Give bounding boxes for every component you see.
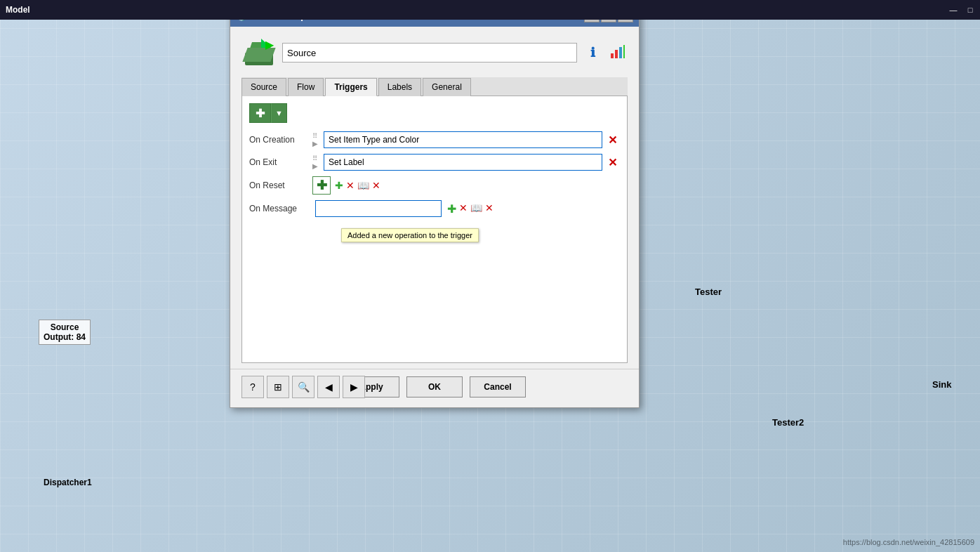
on-exit-delete-btn[interactable]: ✕ <box>605 156 620 169</box>
add-trigger-split-btn: ✚ ▼ <box>249 103 287 123</box>
sink-node-label: Sink <box>932 379 951 390</box>
name-input[interactable] <box>282 43 577 63</box>
on-reset-row: On Reset ✚ ✚ ✕ 📖 ✕ <box>249 176 620 195</box>
search-btn[interactable]: 🔍 <box>292 376 314 398</box>
drag-handle-exit[interactable]: ⠿ ▶ <box>312 155 322 170</box>
on-message-label: On Message <box>249 204 312 213</box>
drag-handle-creation[interactable]: ⠿ ▶ <box>312 132 322 147</box>
info-button[interactable]: ℹ <box>583 43 602 63</box>
svg-rect-5 <box>619 47 622 58</box>
svg-rect-0 <box>245 53 273 65</box>
on-creation-input[interactable] <box>324 131 602 148</box>
svg-marker-2 <box>261 39 271 48</box>
dialog-footer: ? ⊞ 🔍 ◀ ▶ Apply OK Cancel <box>230 369 639 407</box>
add-plus-icon: ✚ <box>256 107 265 120</box>
svg-rect-6 <box>623 45 625 58</box>
on-creation-delete-btn[interactable]: ✕ <box>605 133 620 147</box>
add-trigger-arrow-btn[interactable]: ▼ <box>271 103 287 123</box>
prev-btn[interactable]: ◀ <box>317 376 340 398</box>
on-reset-section: On Reset ✚ ✚ ✕ 📖 ✕ <box>249 176 620 195</box>
titlebar-minimize[interactable]: — <box>946 4 960 16</box>
source-node-label: Source Output: 84 <box>39 320 91 345</box>
dialog-body: ℹ Source Flow <box>230 27 639 369</box>
on-creation-row: On Creation ⠿ ▶ ✕ <box>249 131 620 148</box>
on-creation-section: On Creation ⠿ ▶ ✕ <box>249 131 620 148</box>
dropdown-arrow-icon: ▼ <box>275 109 283 117</box>
ok-btn[interactable]: OK <box>406 376 463 397</box>
tester2-node-label: Tester2 <box>772 417 804 428</box>
help-btn[interactable]: ? <box>241 376 264 398</box>
on-message-section: On Message ✚ ✕ 📖 ✕ <box>249 200 620 217</box>
delete-icon-exit: ✕ <box>608 157 617 169</box>
tabs-bar: Source Flow Triggers Labels General <box>241 77 628 96</box>
on-reset-plus-icon: ✚ <box>317 178 327 193</box>
add-trigger-main-btn[interactable]: ✚ <box>249 103 271 123</box>
on-reset-msg-x-icon[interactable]: ✕ <box>372 180 380 191</box>
properties-dialog: ⚓ Source Properties — □ ✕ ℹ <box>230 4 640 408</box>
app-title: Model <box>6 5 30 15</box>
next-icon: ▶ <box>350 381 358 393</box>
svg-marker-1 <box>249 42 270 53</box>
chart-button[interactable] <box>608 43 628 63</box>
tab-triggers[interactable]: Triggers <box>325 78 376 96</box>
on-message-add-btn[interactable]: ✚ <box>447 202 456 216</box>
on-reset-icon-group: ✚ ✕ 📖 ✕ <box>335 180 380 191</box>
titlebar-controls: — □ <box>946 4 977 16</box>
name-row: ℹ <box>241 35 628 70</box>
on-message-clear-btn[interactable]: ✕ <box>485 202 494 216</box>
on-exit-row: On Exit ⠿ ▶ ✕ <box>249 154 620 171</box>
tester-node-label: Tester <box>695 287 722 297</box>
svg-rect-3 <box>611 53 614 58</box>
source-icon-display <box>241 35 277 70</box>
on-creation-label: On Creation <box>249 135 312 145</box>
on-reset-label: On Reset <box>249 180 312 190</box>
on-exit-label: On Exit <box>249 157 312 167</box>
on-reset-book-icon[interactable]: 📖 <box>357 180 369 191</box>
tab-source[interactable]: Source <box>241 78 286 96</box>
cancel-btn[interactable]: Cancel <box>470 376 526 397</box>
tab-flow[interactable]: Flow <box>288 78 324 96</box>
on-message-book-btn[interactable]: 📖 <box>470 202 482 216</box>
dispatcher-node-label: Dispatcher1 <box>44 478 92 487</box>
on-reset-green-plus-icon[interactable]: ✚ <box>335 180 343 191</box>
delete-icon-creation: ✕ <box>608 134 617 146</box>
on-exit-input[interactable] <box>324 154 602 171</box>
tree-btn[interactable]: ⊞ <box>267 376 289 398</box>
tab-general[interactable]: General <box>423 78 471 96</box>
on-reset-red-x-icon[interactable]: ✕ <box>346 180 355 191</box>
next-btn[interactable]: ▶ <box>343 376 365 398</box>
triggers-tab-content: ✚ ▼ On Creation ⠿ ▶ ✕ <box>241 96 628 363</box>
chart-icon <box>610 44 625 62</box>
info-icon: ℹ <box>590 45 595 60</box>
footer-left-btns: ? ⊞ 🔍 ◀ ▶ <box>241 376 365 398</box>
tab-labels[interactable]: Labels <box>378 78 421 96</box>
on-message-input[interactable] <box>315 200 442 217</box>
watermark: https://blog.csdn.net/weixin_42815609 <box>843 538 974 546</box>
svg-rect-4 <box>615 50 618 58</box>
search-icon: 🔍 <box>298 381 310 393</box>
on-reset-add-btn[interactable]: ✚ <box>312 176 331 195</box>
prev-icon: ◀ <box>325 381 333 393</box>
titlebar-maximize[interactable]: □ <box>963 4 977 16</box>
add-trigger-row: ✚ ▼ <box>249 103 620 123</box>
on-message-btns: ✚ ✕ 📖 ✕ <box>447 202 494 216</box>
on-message-del-btn[interactable]: ✕ <box>459 202 468 216</box>
on-message-row: On Message ✚ ✕ 📖 ✕ <box>249 200 620 217</box>
app-titlebar: Model — □ <box>0 0 980 20</box>
on-exit-section: On Exit ⠿ ▶ ✕ <box>249 154 620 171</box>
tree-icon: ⊞ <box>274 381 282 393</box>
